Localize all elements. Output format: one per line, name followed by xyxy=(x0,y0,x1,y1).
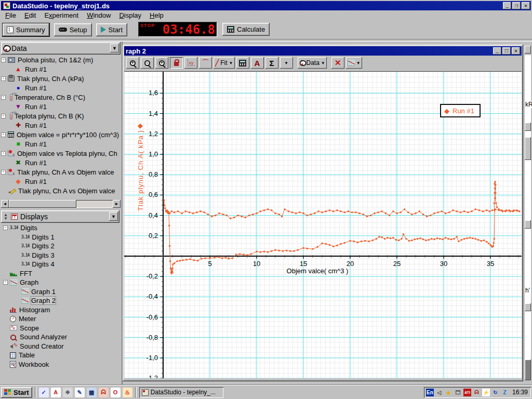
display-item-graph-1[interactable]: Graph 1 xyxy=(1,287,121,297)
tree-expander[interactable]: - xyxy=(1,114,6,118)
setup-button[interactable]: Setup xyxy=(54,23,92,36)
data-run-item[interactable]: ■Run #1 xyxy=(1,139,121,149)
data-dropdown-arrow[interactable]: ▼ xyxy=(110,44,119,52)
opera-icon[interactable]: O xyxy=(111,388,121,397)
calculator-icon[interactable]: ▦ xyxy=(87,388,97,397)
data-source-item[interactable]: -Objem valce vs Teplota plynu, Ch xyxy=(1,149,121,158)
tree-expander[interactable]: - xyxy=(3,225,8,230)
data-source-item[interactable]: -Objem valce = pi*r*r*y*100 (cm^3) xyxy=(1,130,121,139)
tree-expander[interactable]: - xyxy=(1,58,6,62)
notes-icon[interactable]: ✓ xyxy=(39,388,49,397)
smart-tool-button[interactable]: ⌒ xyxy=(199,57,212,69)
display-item-graph-2[interactable]: Graph 2 xyxy=(1,296,121,305)
graph2-close-button[interactable]: ✕ xyxy=(512,47,520,55)
data-source-item[interactable]: Tlak plynu, Ch A vs Objem valce xyxy=(1,186,121,195)
data-menu-button[interactable]: Data▼ xyxy=(298,57,327,69)
scroll-right-icon[interactable]: ► xyxy=(113,200,121,208)
start-button[interactable]: Start xyxy=(96,23,127,36)
data-panel-header[interactable]: Data ▼ xyxy=(1,42,121,55)
display-item-digits-3[interactable]: 3.14Digits 3 xyxy=(1,251,121,260)
splitter-handle-icon[interactable]: ▲▼ xyxy=(3,213,8,220)
statistics-button[interactable]: Σ xyxy=(265,57,278,69)
scroll-left-icon[interactable]: ◄ xyxy=(1,200,9,208)
shield-icon[interactable]: ◆ xyxy=(445,389,453,396)
tree-expander[interactable]: - xyxy=(1,76,6,81)
scheduler-icon[interactable]: 🗔 xyxy=(454,389,462,396)
display-item-graph[interactable]: -Graph xyxy=(1,278,121,287)
display-item-table[interactable]: Table xyxy=(1,351,121,360)
data-run-item[interactable]: ✖Run #1 xyxy=(1,158,121,167)
scale-to-fit-button[interactable] xyxy=(170,57,183,69)
data-source-item[interactable]: -Poloha pistu, Ch 1&2 (m) xyxy=(1,55,121,64)
plot-area[interactable]: 1,61,41,21,00,80,60,40,2-0,2-0,4-0,6-0,8… xyxy=(124,71,522,378)
tree-expander[interactable]: - xyxy=(1,95,6,100)
display-item-digits-2[interactable]: 3.14Digits 2 xyxy=(1,242,121,251)
displays-dropdown-arrow[interactable]: ▼ xyxy=(109,212,118,221)
ati-icon[interactable]: ATI xyxy=(463,389,471,396)
menu-file[interactable]: File xyxy=(1,11,20,20)
data-run-item[interactable]: ✚Run #1 xyxy=(1,121,121,130)
display-item-digits-4[interactable]: 3.14Digits 4 xyxy=(1,260,121,269)
start-menu-button[interactable]: Start xyxy=(1,387,32,398)
text-tool-button[interactable]: A xyxy=(251,57,264,69)
display-item-fft[interactable]: FFT xyxy=(1,269,121,278)
data-run-item[interactable]: ▲Run #1 xyxy=(1,64,121,74)
netop-icon[interactable]: Z xyxy=(501,389,509,396)
sync-icon[interactable]: ↻ xyxy=(491,389,499,396)
scroll-thumb[interactable] xyxy=(9,200,76,208)
tree-expander[interactable]: - xyxy=(1,170,6,175)
lang-indicator[interactable]: En xyxy=(426,389,434,396)
devil-icon[interactable]: ᗣ xyxy=(473,389,481,396)
data-run-item[interactable]: ◆Run #1 xyxy=(1,177,121,186)
data-source-item[interactable]: -Teplota plynu, Ch B (K) xyxy=(1,111,121,121)
menu-experiment[interactable]: Experiment xyxy=(40,11,83,20)
volume-icon[interactable]: ◁ xyxy=(435,389,443,396)
zoom-in-button[interactable]: + xyxy=(126,57,139,69)
calculate-button[interactable]: Calculate xyxy=(222,23,270,36)
summary-button[interactable]: Summary xyxy=(2,23,50,37)
tree-expander[interactable]: - xyxy=(1,132,6,137)
display-item-workbook[interactable]: Workbook xyxy=(1,360,121,369)
graph-settings-button[interactable]: ▼ xyxy=(346,57,362,69)
zoom-select-button[interactable]: + xyxy=(155,57,168,69)
data-run-item[interactable]: ▼Run #1 xyxy=(1,102,121,111)
flame-icon[interactable]: ♨ xyxy=(123,388,132,397)
xy-tool-button[interactable]: xy xyxy=(184,57,197,69)
graph2-titlebar[interactable]: raph 2 _ □ ✕ xyxy=(124,46,522,56)
power-icon[interactable]: ⚡ xyxy=(482,389,490,396)
data-source-item[interactable]: -Tlak plynu, Ch A vs Objem valce xyxy=(1,167,121,177)
paint-icon[interactable]: ✎ xyxy=(75,388,85,397)
acrobat-icon[interactable]: A xyxy=(51,388,61,397)
display-item-sound-analyzer[interactable]: Sound Analyzer xyxy=(1,332,121,342)
display-item-meter[interactable]: Meter xyxy=(1,314,121,324)
graph2-maximize-button[interactable]: □ xyxy=(502,47,511,55)
tree-expander[interactable]: - xyxy=(3,280,8,285)
graph-calculator-button[interactable] xyxy=(236,57,249,69)
dragon-icon[interactable]: ᗣ xyxy=(99,388,109,397)
tree-expander[interactable]: - xyxy=(1,151,6,156)
menu-window[interactable]: Window xyxy=(83,11,115,20)
display-item-histogram[interactable]: Histogram xyxy=(1,305,121,315)
statistics-dropdown-button[interactable]: ▼ xyxy=(280,57,293,69)
display-item-digits-1[interactable]: 3.14Digits 1 xyxy=(1,233,121,242)
legend-box[interactable]: ◆ Run #1 xyxy=(440,104,481,117)
displays-panel-header[interactable]: ▲▼ Displays ▼ xyxy=(1,210,119,223)
data-source-item[interactable]: -Tlak plynu, Ch A (kPa) xyxy=(1,74,121,83)
menu-help[interactable]: Help xyxy=(145,11,168,20)
zoom-out-button[interactable]: − xyxy=(141,57,154,69)
data-scrollbar[interactable]: ◄ ► xyxy=(1,200,121,208)
restore-button[interactable]: ❐ xyxy=(512,2,521,9)
display-item-digits[interactable]: -3.14Digits xyxy=(1,223,121,233)
data-source-item[interactable]: -Temperature, Ch B (°C) xyxy=(1,92,121,102)
taskbar-task-datastudio[interactable]: DataStudio - tepelny_... xyxy=(139,387,223,398)
display-item-sound-creator[interactable]: Sound Creator xyxy=(1,342,121,351)
remove-button[interactable]: ✕ xyxy=(331,57,344,69)
display-item-scope[interactable]: Scope xyxy=(1,324,121,333)
data-run-item[interactable]: ●Run #1 xyxy=(1,83,121,92)
close-button[interactable]: ✕ xyxy=(522,2,530,9)
graph2-minimize-button[interactable]: _ xyxy=(493,47,501,55)
fit-menu-button[interactable]: ╱ Fit▼ xyxy=(214,57,235,69)
menu-display[interactable]: Display xyxy=(115,11,145,20)
explorer-icon[interactable]: ❖ xyxy=(63,388,73,397)
minimize-button[interactable]: _ xyxy=(503,2,511,9)
